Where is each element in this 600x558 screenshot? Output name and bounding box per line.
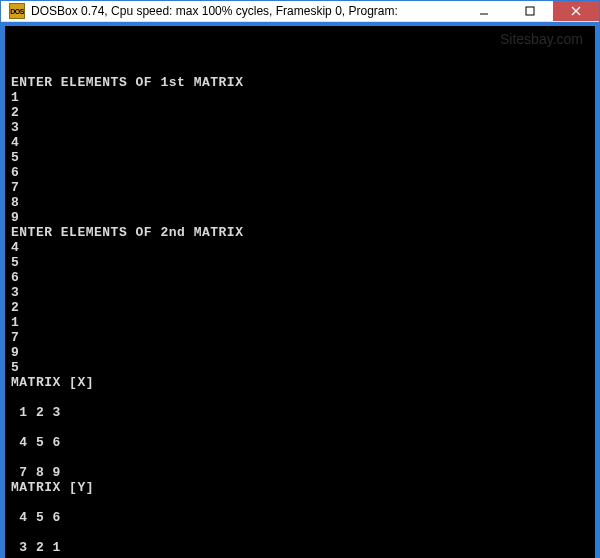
minimize-button[interactable] <box>461 1 507 21</box>
svg-rect-1 <box>526 7 534 15</box>
app-window: DOS DOSBox 0.74, Cpu speed: max 100% cyc… <box>0 0 600 558</box>
close-icon <box>571 6 581 16</box>
minimize-icon <box>479 6 489 16</box>
window-title: DOSBox 0.74, Cpu speed: max 100% cycles,… <box>31 4 461 18</box>
maximize-button[interactable] <box>507 1 553 21</box>
terminal-output[interactable]: Sitesbay.com ENTER ELEMENTS OF 1st MATRI… <box>5 26 595 558</box>
app-icon: DOS <box>9 3 25 19</box>
close-button[interactable] <box>553 1 599 21</box>
watermark-top: Sitesbay.com <box>500 32 583 47</box>
maximize-icon <box>525 6 535 16</box>
titlebar[interactable]: DOS DOSBox 0.74, Cpu speed: max 100% cyc… <box>1 1 599 22</box>
client-area: Sitesbay.com ENTER ELEMENTS OF 1st MATRI… <box>1 22 599 558</box>
terminal-text: ENTER ELEMENTS OF 1st MATRIX 1 2 3 4 5 6… <box>11 75 589 558</box>
